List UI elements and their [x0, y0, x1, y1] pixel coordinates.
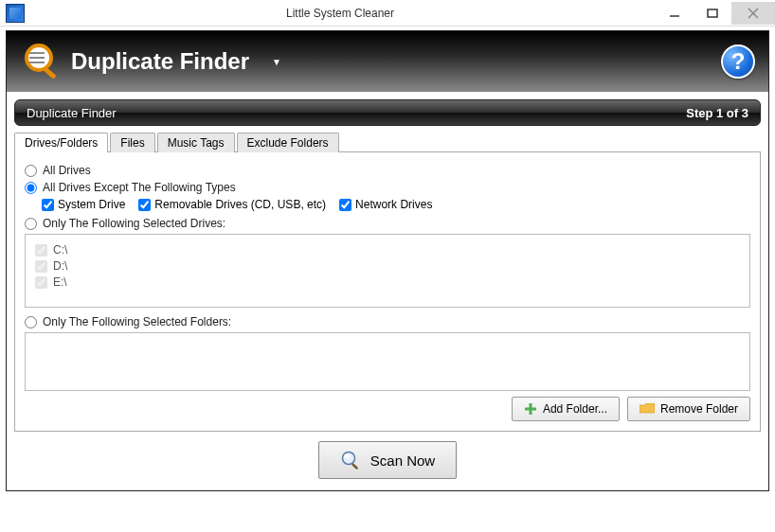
drive-check-d[interactable]: [35, 260, 47, 273]
tab-content: All Drives All Drives Except The Followi…: [14, 151, 761, 432]
check-system-drive-label: System Drive: [58, 198, 125, 211]
folders-list[interactable]: [25, 332, 750, 391]
drive-item-d[interactable]: D:\: [35, 259, 740, 273]
tab-strip: Drives/Folders Files Music Tags Exclude …: [14, 132, 761, 151]
radio-selected-folders-input[interactable]: [25, 316, 37, 328]
remove-folder-button[interactable]: Remove Folder: [627, 397, 750, 421]
check-network-drives-label: Network Drives: [355, 198, 432, 211]
tab-files[interactable]: Files: [110, 133, 154, 152]
svg-point-12: [344, 454, 350, 458]
magnifier-list-icon: [20, 41, 62, 82]
tab-exclude-folders[interactable]: Exclude Folders: [237, 133, 339, 152]
check-removable-drives-input[interactable]: [138, 199, 151, 211]
minimize-button[interactable]: [656, 2, 694, 25]
drive-check-e[interactable]: [35, 276, 47, 289]
svg-rect-8: [44, 67, 57, 80]
question-icon: ?: [731, 48, 746, 75]
check-network-drives[interactable]: Network Drives: [339, 198, 432, 211]
tab-drives-folders[interactable]: Drives/Folders: [14, 133, 108, 152]
scan-now-label: Scan Now: [370, 452, 435, 469]
radio-all-drives[interactable]: All Drives: [25, 164, 750, 177]
check-removable-drives[interactable]: Removable Drives (CD, USB, etc): [138, 198, 326, 211]
radio-all-drives-label: All Drives: [43, 164, 91, 177]
app-icon: [6, 4, 25, 23]
tab-music-tags[interactable]: Music Tags: [157, 133, 235, 152]
remove-folder-label: Remove Folder: [660, 402, 738, 416]
radio-selected-drives[interactable]: Only The Following Selected Drives:: [25, 217, 750, 230]
header-title: Duplicate Finder: [71, 48, 249, 75]
check-removable-drives-label: Removable Drives (CD, USB, etc): [154, 198, 326, 211]
add-folder-label: Add Folder...: [543, 402, 607, 416]
add-folder-button[interactable]: Add Folder...: [512, 397, 620, 421]
drives-list[interactable]: C:\ D:\ E:\: [25, 234, 750, 308]
radio-selected-drives-input[interactable]: [25, 218, 37, 230]
radio-all-except-input[interactable]: [25, 182, 37, 194]
check-system-drive-input[interactable]: [42, 199, 54, 211]
svg-rect-1: [708, 9, 717, 17]
plus-icon: [524, 402, 537, 416]
drive-item-e[interactable]: E:\: [35, 275, 740, 289]
window-title: Little System Cleaner: [25, 7, 656, 20]
folder-icon: [640, 403, 655, 415]
radio-selected-folders-label: Only The Following Selected Folders:: [43, 315, 231, 328]
step-indicator: Step 1 of 3: [686, 106, 748, 120]
header: Duplicate Finder ▼ ?: [7, 31, 768, 92]
main-panel: Duplicate Finder ▼ ? Duplicate Finder St…: [6, 30, 769, 491]
help-button[interactable]: ?: [721, 44, 755, 79]
radio-all-drives-input[interactable]: [25, 165, 37, 177]
header-dropdown-icon[interactable]: ▼: [272, 57, 281, 67]
radio-all-except[interactable]: All Drives Except The Following Types: [25, 181, 750, 194]
close-button[interactable]: [731, 2, 775, 25]
drive-check-c[interactable]: [35, 244, 47, 257]
maximize-button[interactable]: [694, 2, 731, 25]
title-bar: Little System Cleaner: [0, 0, 775, 27]
svg-rect-10: [525, 408, 536, 411]
section-bar: Duplicate Finder Step 1 of 3: [14, 99, 761, 126]
drive-label-d: D:\: [53, 259, 67, 273]
radio-all-except-label: All Drives Except The Following Types: [43, 181, 236, 194]
svg-rect-13: [351, 463, 359, 470]
drive-label-e: E:\: [53, 275, 67, 289]
check-system-drive[interactable]: System Drive: [42, 198, 125, 211]
radio-selected-drives-label: Only The Following Selected Drives:: [43, 217, 225, 230]
drive-item-c[interactable]: C:\: [35, 243, 740, 257]
svg-point-11: [342, 452, 354, 465]
section-title: Duplicate Finder: [27, 106, 117, 120]
scan-now-button[interactable]: Scan Now: [318, 441, 457, 479]
radio-selected-folders[interactable]: Only The Following Selected Folders:: [25, 315, 750, 328]
magnifier-icon: [340, 450, 361, 470]
drive-label-c: C:\: [53, 243, 67, 257]
check-network-drives-input[interactable]: [339, 199, 351, 211]
